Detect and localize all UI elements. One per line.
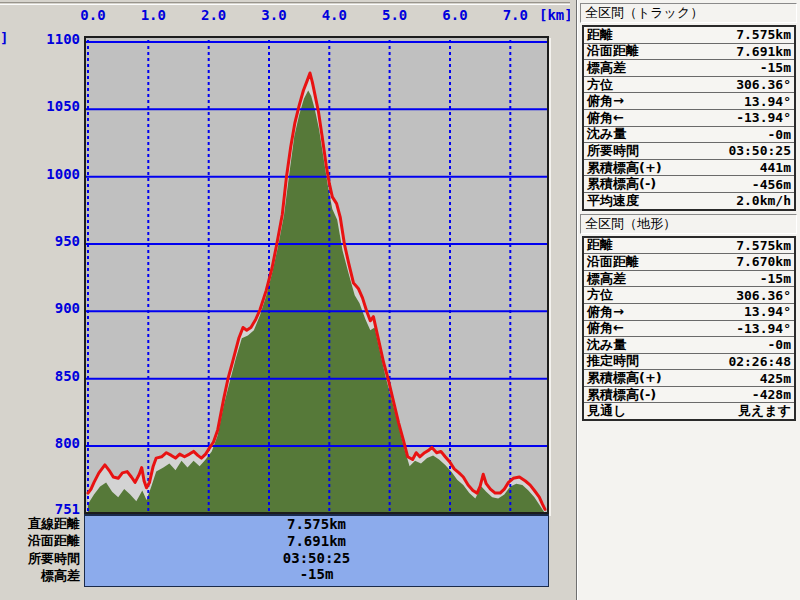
stat-label: 推定時間: [587, 352, 639, 370]
y-tick-label: 950: [0, 233, 80, 250]
panel-splitter[interactable]: [570, 0, 577, 600]
stat-row: 所要時間03:50:25: [584, 142, 794, 159]
x-tick-label: 6.0: [442, 7, 467, 23]
summary-label: 標高差: [0, 567, 80, 584]
x-axis-labels: 0.01.02.03.04.05.06.07.0[km]: [0, 7, 570, 25]
y-tick-label: 1100: [0, 31, 80, 48]
stat-value: 7.575km: [736, 27, 791, 42]
section-header-terrain: 全区間（地形）: [580, 214, 797, 234]
stat-label: 距離: [587, 26, 613, 44]
stat-row: 方位306.36°: [584, 286, 794, 303]
x-tick-label: 1.0: [141, 7, 166, 23]
stat-row: 推定時間02:26:48: [584, 353, 794, 370]
x-tick-label: 7.0: [503, 7, 528, 23]
stat-value: -13.94°: [736, 321, 791, 336]
summary-label: 沿面距離: [0, 532, 80, 549]
stat-label: 累積標高(+): [587, 159, 662, 177]
stat-label: 累積標高(+): [587, 369, 662, 387]
x-tick-label: 3.0: [261, 7, 286, 23]
section-header-track: 全区間（トラック）: [580, 3, 797, 23]
y-tick-label: 800: [0, 435, 80, 452]
terrain-area-fill: [88, 91, 545, 513]
stat-value: 7.670km: [736, 254, 791, 269]
stat-value: 13.94°: [744, 94, 791, 109]
stat-value: 13.94°: [744, 304, 791, 319]
stat-label: 俯角→: [587, 303, 624, 321]
stat-label: 沿面距離: [587, 42, 639, 60]
stat-value: 7.575km: [736, 238, 791, 253]
stat-row: 俯角←-13.94°: [584, 109, 794, 126]
stat-row: 距離7.575km: [584, 238, 794, 254]
stat-row: 標高差-15m: [584, 59, 794, 76]
stat-label: 沈み量: [587, 336, 626, 354]
y-tick-label: 900: [0, 300, 80, 317]
summary-row-labels: 直線距離沿面距離所要時間標高差: [0, 515, 80, 584]
x-tick-label: 4.0: [322, 7, 347, 23]
stat-value: 2.0km/h: [736, 193, 791, 208]
stat-label: 累積標高(-): [587, 386, 656, 404]
stat-value: 441m: [760, 160, 791, 175]
stat-label: 俯角←: [587, 319, 624, 337]
stat-row: 累積標高(+)441m: [584, 159, 794, 176]
x-tick-label: 5.0: [382, 7, 407, 23]
summary-value: -15m: [85, 566, 548, 583]
y-tick-label: 850: [0, 368, 80, 385]
summary-value: 7.691km: [85, 533, 548, 550]
summary-label: 直線距離: [0, 515, 80, 532]
stat-value: -15m: [760, 60, 791, 75]
elevation-profile-chart[interactable]: [84, 36, 549, 514]
stat-row: 距離7.575km: [584, 27, 794, 43]
y-axis-labels: 110010501000950900850800751: [0, 0, 80, 520]
stat-value: 03:50:25: [728, 143, 791, 158]
elevation-profile-plot[interactable]: [86, 38, 547, 512]
stat-label: 所要時間: [587, 142, 639, 160]
stat-row: 俯角→13.94°: [584, 303, 794, 320]
summary-label: 所要時間: [0, 550, 80, 567]
stat-value: -15m: [760, 271, 791, 286]
stat-value: -456m: [752, 177, 791, 192]
statistics-panel: 全区間（トラック）距離7.575km沿面距離7.691km標高差-15m方位30…: [577, 0, 800, 600]
stat-label: 方位: [587, 76, 613, 94]
stat-label: 平均速度: [587, 192, 639, 210]
stat-label: 方位: [587, 286, 613, 304]
y-tick-label: 1050: [0, 98, 80, 115]
stat-label: 累積標高(-): [587, 175, 656, 193]
profile-window: ] 0.01.02.03.04.05.06.07.0[km] 110010501…: [0, 0, 800, 600]
x-tick-label: 0.0: [80, 7, 105, 23]
stat-label: 沿面距離: [587, 253, 639, 271]
summary-value: 7.575km: [85, 516, 548, 533]
stat-row: 標高差-15m: [584, 270, 794, 287]
x-tick-label: 2.0: [201, 7, 226, 23]
stat-row: 累積標高(-)-428m: [584, 386, 794, 403]
stat-label: 俯角←: [587, 109, 624, 127]
stat-value: -0m: [768, 127, 791, 142]
stat-row: 累積標高(+)425m: [584, 369, 794, 386]
stat-table: 距離7.575km沿面距離7.670km標高差-15m方位306.36°俯角→1…: [582, 236, 796, 422]
stat-value: -13.94°: [736, 110, 791, 125]
stat-value: 7.691km: [736, 44, 791, 59]
stat-row: 俯角→13.94°: [584, 92, 794, 109]
stat-row: 見通し見えます: [584, 402, 794, 419]
stat-label: 沈み量: [587, 125, 626, 143]
stat-value: 見えます: [738, 402, 791, 420]
x-axis-unit-label: [km]: [539, 7, 573, 23]
stat-label: 標高差: [587, 270, 626, 288]
stat-row: 累積標高(-)-456m: [584, 175, 794, 192]
stat-row: 沈み量-0m: [584, 126, 794, 143]
stat-value: -0m: [768, 337, 791, 352]
stat-value: 306.36°: [736, 77, 791, 92]
stat-label: 見通し: [587, 402, 626, 420]
stat-value: -428m: [752, 387, 791, 402]
summary-value: 03:50:25: [85, 550, 548, 567]
stat-row: 沿面距離7.691km: [584, 43, 794, 60]
stat-value: 306.36°: [736, 288, 791, 303]
y-tick-label: 1000: [0, 166, 80, 183]
stat-row: 俯角←-13.94°: [584, 320, 794, 337]
summary-value-box: 7.575km7.691km03:50:25-15m: [84, 514, 549, 587]
stat-value: 425m: [760, 371, 791, 386]
stat-table: 距離7.575km沿面距離7.691km標高差-15m方位306.36°俯角→1…: [582, 25, 796, 211]
elevation-chart-area: ] 0.01.02.03.04.05.06.07.0[km] 110010501…: [0, 0, 570, 600]
stat-label: 標高差: [587, 59, 626, 77]
stat-row: 沈み量-0m: [584, 336, 794, 353]
stat-label: 距離: [587, 236, 613, 254]
